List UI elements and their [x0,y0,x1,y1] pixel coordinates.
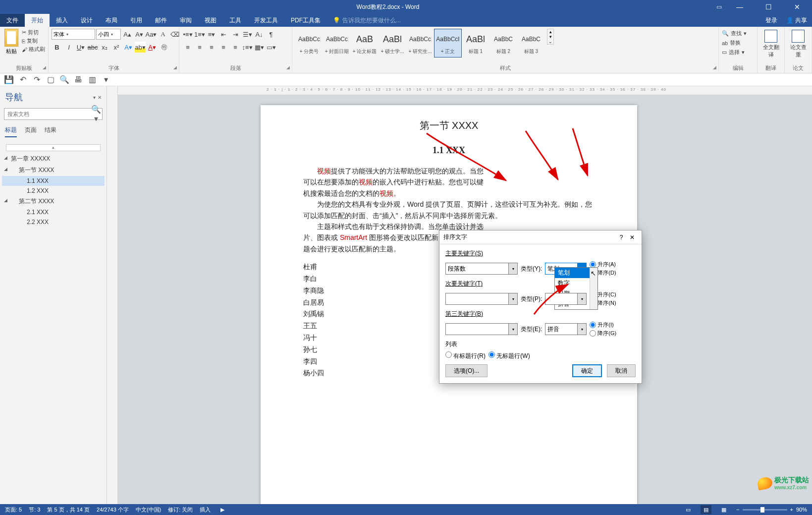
close-button[interactable]: ✕ [786,0,808,14]
decrease-indent-button[interactable]: ⇤ [218,29,229,40]
zoom-out-icon[interactable]: − [736,507,739,513]
tab-references[interactable]: 引用 [124,14,149,27]
nav-tab-pages[interactable]: 页面 [25,126,37,137]
status-page-of[interactable]: 第 5 页，共 14 页 [47,506,90,514]
style-tile[interactable]: AaBl标题 1 [462,29,489,57]
ribbon-display-options-icon[interactable]: ▭ [716,3,722,10]
nav-dropdown-icon[interactable]: ▾ [93,95,96,100]
multilevel-button[interactable]: ≡▾ [206,29,217,40]
style-tile[interactable]: AaBbCc+ 研究生... [406,29,434,57]
tab-design[interactable]: 设计 [74,14,99,27]
more-qat-icon[interactable]: ▾ [101,75,111,85]
nav-tree-node[interactable]: ◢第一章 XXXXX [2,153,105,165]
secondary-key-combo[interactable]: ▾ [445,293,518,305]
font-size-combo[interactable]: 小四▾ [96,29,121,40]
tab-file[interactable]: 文件 [0,14,25,27]
tab-mailings[interactable]: 邮件 [149,14,173,27]
status-language[interactable]: 中文(中国) [136,506,161,514]
nav-tree-node[interactable]: 2.2 XXX [2,217,105,227]
strikethrough-button[interactable]: abc [87,42,98,53]
ok-button[interactable]: 确定 [572,364,602,377]
style-tile[interactable]: AaBbCc+ 封面日期 [323,29,351,57]
grow-font-button[interactable]: A▴ [122,29,133,40]
font-name-combo[interactable]: 宋体▾ [52,29,95,40]
paste-button[interactable]: 粘贴 [3,29,20,55]
tab-insert[interactable]: 插入 [50,14,74,27]
tab-review[interactable]: 审阅 [173,14,198,27]
format-painter-button[interactable]: 🖌格式刷 [22,46,45,53]
minimize-button[interactable]: — [729,0,751,14]
asc-radio-i[interactable]: 升序(I) [590,321,616,329]
zoom-control[interactable]: − + 90% [736,507,807,513]
vertical-ruler[interactable] [107,86,118,504]
dialog-close-icon[interactable]: ✕ [627,234,638,241]
style-tile[interactable]: AaBbC标题 3 [517,29,545,57]
nav-tree-node[interactable]: 2.1 XXX [2,207,105,217]
maximize-button[interactable]: ☐ [758,0,779,14]
tab-view[interactable]: 视图 [198,14,223,27]
read-mode-icon[interactable]: ▭ [683,505,694,514]
select-button[interactable]: ▭选择 ▾ [722,49,745,56]
undo-icon[interactable]: ↶ [18,75,28,85]
justify-button[interactable]: ≡ [218,42,229,53]
nav-close-icon[interactable]: ✕ [98,95,102,100]
nav-tree-node[interactable]: 1.1 XXX [2,176,105,186]
nav-tree-node[interactable]: ◢第一节 XXXX [2,165,105,176]
bullets-button[interactable]: •≡▾ [182,29,193,40]
tab-tools[interactable]: 工具 [223,14,248,27]
status-page[interactable]: 页面: 5 [5,506,22,514]
print-layout-icon[interactable]: ▤ [701,505,711,514]
dialog-launcher-icon[interactable]: ◢ [43,65,46,70]
style-tile[interactable]: AaBbC标题 2 [489,29,517,57]
redo-icon[interactable]: ↷ [32,75,42,85]
tab-pdf[interactable]: PDF工具集 [284,14,327,27]
subscript-button[interactable]: x₂ [99,42,110,53]
nav-tab-results[interactable]: 结果 [45,126,56,137]
dialog-header[interactable]: 排序文字 ? ✕ [439,230,642,244]
superscript-button[interactable]: x² [111,42,122,53]
zoom-percent[interactable]: 90% [796,507,807,513]
nav-search[interactable]: 🔍▾ [4,108,103,120]
header-row-radio[interactable]: 有标题行(R) [445,351,486,360]
phonetic-guide-button[interactable]: A [158,29,168,40]
borders-button[interactable]: ▭▾ [266,42,276,53]
align-right-button[interactable]: ≡ [206,42,217,53]
bold-button[interactable]: B [52,42,62,53]
shrink-font-button[interactable]: A▾ [134,29,145,40]
change-case-button[interactable]: Aa▾ [146,29,157,40]
style-tile[interactable]: AaBbCc+ 分类号 [295,29,323,57]
find-button[interactable]: 🔍查找 ▾ [722,30,747,37]
secondary-type-combo[interactable]: ▾ [545,293,587,305]
dialog-launcher-icon[interactable]: ◢ [173,65,177,70]
styles-expand[interactable]: ⌄ [547,39,553,44]
increase-indent-button[interactable]: ⇥ [230,29,241,40]
search-icon[interactable]: 🔍▾ [90,105,102,123]
horizontal-ruler[interactable]: 2 · 1 · | · 1 · 2 · 3 · 4 · 5 · 6 · 7 · … [118,86,812,95]
font-color-button[interactable]: A▾ [147,42,158,53]
underline-button[interactable]: U▾ [75,42,86,53]
print-preview-icon[interactable]: 🔍 [59,75,69,85]
line-spacing-button[interactable]: ↕≡▾ [242,42,253,53]
styles-scroll-down[interactable]: ▾ [547,34,553,39]
tab-layout[interactable]: 布局 [99,14,124,27]
paper-check-button[interactable]: 论文查重 [788,29,809,58]
show-marks-button[interactable]: ¶ [266,29,276,40]
tell-me[interactable]: 💡 告诉我您想要做什么... [333,14,401,27]
replace-button[interactable]: ab替换 [722,39,741,47]
copy-button[interactable]: ⎘复制 [22,37,45,45]
tertiary-type-combo[interactable]: 拼音▾ [545,323,587,335]
nav-tree-node[interactable]: ◢第二节 XXXX [2,196,105,207]
nav-tab-headings[interactable]: 标题 [5,126,17,137]
asian-layout-button[interactable]: ☰▾ [242,29,253,40]
style-tile[interactable]: AaBl+ 硕士学... [379,29,406,57]
shading-button[interactable]: ▦▾ [254,42,265,53]
tab-developer[interactable]: 开发工具 [248,14,284,27]
translate-button[interactable]: 全文翻译 [760,29,781,58]
open-icon[interactable]: ▥ [87,75,97,85]
style-tile[interactable]: AaBbCcI+ 正文 [434,29,462,57]
clear-format-button[interactable]: ⌫ [169,29,180,40]
sign-in[interactable]: 登录 [765,16,777,25]
share-button[interactable]: 👤 共享 [786,16,807,25]
align-left-button[interactable]: ≡ [182,42,193,53]
style-tile[interactable]: AaB+ 论文标题 [351,29,379,57]
